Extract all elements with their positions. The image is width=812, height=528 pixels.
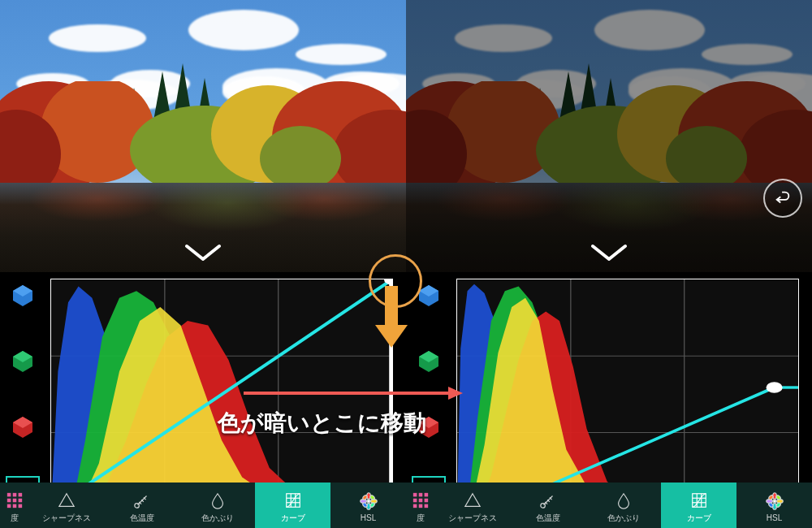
tool-label: 色温度 — [130, 513, 154, 524]
channel-picker — [3, 279, 42, 510]
tool-curves[interactable]: カーブ — [255, 483, 330, 528]
svg-point-124 — [773, 500, 776, 503]
tool-label: シャープネス — [448, 513, 497, 524]
tool-curves[interactable]: カーブ — [661, 483, 736, 528]
tool-sharpness[interactable]: シャープネス — [435, 483, 511, 528]
svg-rect-36 — [7, 498, 11, 502]
tool-temperature[interactable]: 色温度 — [105, 483, 180, 528]
svg-rect-34 — [13, 492, 17, 496]
svg-rect-33 — [7, 492, 11, 496]
svg-point-58 — [369, 495, 374, 500]
tool-label: 色かぶり — [607, 513, 640, 524]
tool-label: 度 — [11, 513, 19, 524]
svg-rect-102 — [413, 504, 417, 508]
svg-point-57 — [361, 495, 367, 500]
svg-rect-39 — [7, 504, 11, 508]
svg-marker-90 — [471, 298, 798, 509]
channel-green[interactable] — [6, 344, 40, 379]
tool-label: 色かぶり — [201, 513, 234, 524]
toolbar: 度シャープネス色温度色かぶりカーブHSL — [406, 483, 812, 528]
svg-rect-35 — [19, 492, 23, 496]
svg-rect-100 — [419, 498, 423, 502]
exposure-icon — [2, 491, 27, 510]
svg-rect-41 — [19, 504, 23, 508]
sharpness-icon — [54, 491, 79, 510]
svg-point-122 — [767, 502, 773, 508]
tool-temperature[interactable]: 色温度 — [511, 483, 586, 528]
svg-rect-97 — [419, 492, 423, 496]
svg-point-59 — [361, 502, 367, 508]
channel-red[interactable] — [6, 410, 40, 444]
svg-rect-104 — [425, 504, 429, 508]
undo-button[interactable] — [763, 179, 802, 218]
svg-point-13 — [260, 126, 341, 191]
hsl-icon — [762, 491, 787, 511]
tool-tint[interactable]: 色かぶり — [180, 483, 256, 528]
photo-preview-edited[interactable] — [406, 0, 812, 272]
tint-icon — [611, 491, 636, 510]
svg-point-60 — [369, 502, 374, 508]
curve-canvas[interactable] — [50, 279, 393, 510]
channel-red[interactable] — [412, 410, 446, 444]
tool-label: HSL — [361, 513, 376, 522]
sharpness-icon — [460, 491, 485, 510]
svg-marker-42 — [59, 493, 74, 506]
svg-point-61 — [367, 500, 370, 503]
svg-point-123 — [775, 502, 780, 508]
svg-rect-38 — [19, 498, 23, 502]
svg-point-121 — [775, 495, 780, 500]
tool-label: シャープネス — [42, 513, 91, 524]
svg-rect-98 — [425, 492, 429, 496]
svg-rect-96 — [413, 492, 417, 496]
svg-point-75 — [666, 126, 747, 191]
svg-point-110 — [541, 503, 546, 508]
app-root: 度シャープネス色温度色かぶりカーブHSL — [0, 0, 812, 528]
exposure-icon — [408, 491, 433, 510]
svg-point-120 — [767, 495, 773, 500]
svg-marker-105 — [465, 493, 480, 506]
panel-original: 度シャープネス色温度色かぶりカーブHSL — [0, 0, 406, 528]
tint-icon — [205, 491, 230, 510]
toolbar: 度シャープネス色温度色かぶりカーブHSL — [0, 483, 406, 528]
panel-edited: 度シャープネス色温度色かぶりカーブHSL — [406, 0, 812, 528]
channel-green[interactable] — [412, 344, 446, 379]
svg-rect-103 — [419, 504, 423, 508]
curves-icon — [687, 491, 711, 510]
channel-blue[interactable] — [6, 279, 40, 313]
channel-picker — [409, 279, 448, 510]
svg-point-47 — [135, 503, 140, 508]
tool-label: HSL — [767, 513, 782, 522]
svg-point-94 — [767, 382, 783, 393]
photo-preview[interactable] — [0, 0, 406, 272]
tool-exposure[interactable]: 度 — [0, 483, 29, 528]
curve-canvas[interactable] — [456, 279, 799, 510]
svg-rect-37 — [13, 498, 17, 502]
tool-hsl[interactable]: HSL — [736, 483, 812, 528]
tool-sharpness[interactable]: シャープネス — [29, 483, 105, 528]
svg-rect-40 — [13, 504, 17, 508]
temperature-icon — [130, 491, 154, 510]
svg-rect-101 — [425, 498, 429, 502]
hsl-icon — [356, 491, 381, 511]
svg-rect-99 — [413, 498, 417, 502]
channel-blue[interactable] — [412, 279, 446, 313]
tool-tint[interactable]: 色かぶり — [586, 483, 662, 528]
tool-exposure[interactable]: 度 — [406, 483, 435, 528]
temperature-icon — [536, 491, 560, 510]
curves-icon — [281, 491, 305, 510]
tool-hsl[interactable]: HSL — [330, 483, 406, 528]
tool-label: 色温度 — [536, 513, 560, 524]
tool-label: 度 — [417, 513, 425, 524]
tool-label: カーブ — [687, 513, 711, 524]
tool-label: カーブ — [281, 513, 305, 524]
